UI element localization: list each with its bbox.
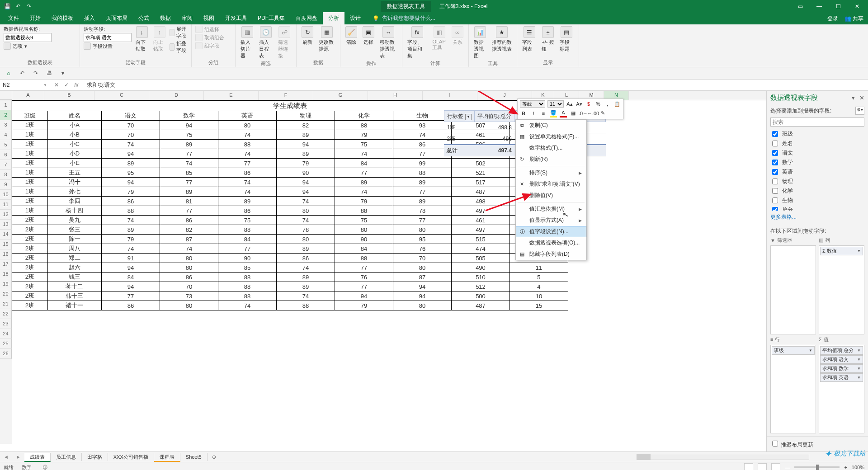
qat-redo-icon[interactable]: ↷ — [32, 69, 40, 77]
ribbon-tab[interactable]: 视图 — [198, 12, 220, 24]
zoom-slider[interactable] — [794, 466, 840, 468]
sheet-tab[interactable]: 课程表 — [154, 453, 180, 462]
ribbon-tab[interactable]: 设计 — [344, 12, 366, 24]
decrease-decimal-icon[interactable]: .0→ — [580, 110, 587, 117]
sheet-tab[interactable]: 田字格 — [82, 453, 108, 461]
group-selection-button[interactable]: 组选择 — [195, 25, 231, 33]
column-header[interactable]: C — [94, 91, 149, 100]
row-header[interactable]: 26 — [0, 349, 12, 359]
row-header[interactable]: 2 — [0, 110, 12, 120]
normal-view-icon[interactable] — [744, 463, 753, 470]
column-header[interactable]: G — [313, 91, 368, 100]
zoom-in-icon[interactable]: + — [844, 465, 847, 470]
insert-timeline-button[interactable]: 🕒插入日程表 — [258, 25, 274, 60]
column-header[interactable]: F — [259, 91, 313, 100]
row-header[interactable]: 13 — [0, 220, 12, 230]
quad-cols-box[interactable]: Σ 数值▼ — [819, 245, 864, 334]
percent-icon[interactable]: % — [594, 100, 602, 108]
ribbon-tab[interactable]: 文件 — [3, 12, 24, 24]
row-header[interactable]: 1 — [0, 100, 12, 110]
qat-undo-icon[interactable]: ↶ — [18, 69, 26, 77]
horizontal-scrollbar[interactable] — [637, 454, 809, 460]
comma-icon[interactable]: ， — [604, 100, 611, 108]
context-menu-item[interactable]: 排序(S)▶ — [516, 167, 586, 179]
collapse-field-button[interactable]: 折叠字段 — [170, 40, 188, 54]
column-header[interactable]: H — [368, 91, 423, 100]
ribbon-tab[interactable]: 开始 — [24, 12, 46, 24]
tab-nav-next-icon[interactable]: ► — [12, 454, 24, 460]
pivot-name-input[interactable] — [4, 33, 52, 42]
move-pivot-button[interactable]: ↔移动数据透视表 — [378, 25, 398, 60]
field-chip[interactable]: Σ 数值▼ — [820, 247, 863, 255]
ribbon-tab[interactable]: 插入 — [79, 12, 100, 24]
options-button[interactable]: 选项 ▾ — [4, 42, 76, 50]
row-header[interactable]: 14 — [0, 230, 12, 240]
worksheet-area[interactable]: ABCDEFGHIJKLMN 1234567891011121314151617… — [0, 91, 766, 451]
row-header[interactable]: 10 — [0, 190, 12, 200]
fx-icon[interactable]: fx — [72, 82, 81, 88]
field-checkbox[interactable]: 英语 — [770, 167, 864, 177]
close-icon[interactable]: ✕ — [848, 0, 866, 12]
filter-connections-button[interactable]: ☍筛选器连接 — [277, 25, 292, 60]
active-field-input[interactable] — [84, 33, 132, 42]
ribbon-tab[interactable]: 审阅 — [176, 12, 198, 24]
relations-button[interactable]: ∞关系 — [450, 25, 465, 47]
tell-me-input[interactable]: 💡告诉我您想要做什么... — [373, 14, 435, 24]
quad-rows-box[interactable]: 班级▼ — [770, 345, 816, 434]
redo-icon[interactable]: ↷ — [24, 2, 33, 11]
increase-font-icon[interactable]: A▴ — [566, 100, 573, 108]
align-icon[interactable]: ≡ — [540, 110, 547, 117]
row-header[interactable]: 11 — [0, 200, 12, 210]
field-list-button[interactable]: ☰字段列表 — [521, 25, 538, 53]
row-header[interactable]: 20 — [0, 289, 12, 299]
share-link[interactable]: 👥共享 — [844, 15, 863, 23]
save-icon[interactable]: 💾 — [3, 2, 12, 11]
context-menu-item[interactable]: ⓘ值字段设置(N)... — [516, 226, 586, 237]
column-header[interactable]: A — [12, 91, 44, 100]
row-header[interactable]: 16 — [0, 249, 12, 259]
field-chip[interactable]: 求和项:英语▼ — [820, 373, 863, 382]
clear-button[interactable]: 🧹清除 — [344, 25, 359, 47]
qat-home-icon[interactable]: ⌂ — [5, 69, 13, 77]
field-checkbox[interactable]: 姓名 — [770, 139, 864, 148]
formula-input[interactable]: 求和项:语文 — [83, 80, 868, 90]
field-checkbox[interactable]: 物理 — [770, 177, 864, 186]
row-header[interactable]: 22 — [0, 309, 12, 319]
row-header[interactable]: 5 — [0, 140, 12, 150]
fieldlist-search-input[interactable] — [770, 118, 864, 127]
drill-down-button[interactable]: ↓向下钻取 — [134, 25, 149, 54]
fieldlist-dropdown-icon[interactable]: ▾ — [852, 94, 855, 101]
row-header[interactable]: 25 — [0, 339, 12, 349]
row-header[interactable]: 3 — [0, 120, 12, 130]
ribbon-tab[interactable]: 公式 — [133, 12, 155, 24]
currency-icon[interactable]: $ — [585, 100, 592, 108]
row-header[interactable]: 17 — [0, 259, 12, 269]
context-menu-item[interactable]: ↻刷新(R) — [516, 154, 586, 165]
minimize-icon[interactable]: — — [810, 0, 828, 12]
pivot-header[interactable]: 行标签▾ — [444, 111, 474, 122]
ribbon-display-icon[interactable]: ▭ — [791, 0, 809, 12]
row-header[interactable]: 19 — [0, 279, 12, 289]
row-header[interactable]: 23 — [0, 319, 12, 329]
field-checkbox[interactable]: 语文 — [770, 148, 864, 158]
sheet-tab[interactable]: 成绩表 — [24, 453, 51, 462]
format-painter-icon[interactable]: 📋 — [613, 100, 621, 108]
row-header[interactable]: 24 — [0, 329, 12, 339]
filter-dropdown-icon[interactable]: ▾ — [465, 114, 472, 120]
ribbon-tab[interactable]: PDF工具集 — [252, 12, 290, 24]
pivot-chart-button[interactable]: 📊数据透视图 — [472, 25, 488, 60]
column-header[interactable]: D — [149, 91, 204, 100]
column-header[interactable]: E — [204, 91, 259, 100]
font-color-icon[interactable]: A — [560, 109, 567, 118]
field-checkbox[interactable]: 总分 — [770, 205, 864, 211]
page-break-view-icon[interactable] — [771, 463, 780, 470]
column-header[interactable]: I — [423, 91, 477, 100]
ribbon-tab[interactable]: 页面布局 — [100, 12, 133, 24]
enter-icon[interactable]: ✓ — [62, 82, 71, 88]
ribbon-tab[interactable]: 百度网盘 — [290, 12, 323, 24]
row-header[interactable]: 15 — [0, 240, 12, 249]
refresh-button[interactable]: ↻刷新 — [300, 25, 315, 47]
field-chip[interactable]: 求和项:语文▼ — [820, 355, 863, 364]
row-header[interactable]: 8 — [0, 170, 12, 180]
context-menu-item[interactable]: ✕删除"求和项:语文"(V) — [516, 179, 586, 190]
